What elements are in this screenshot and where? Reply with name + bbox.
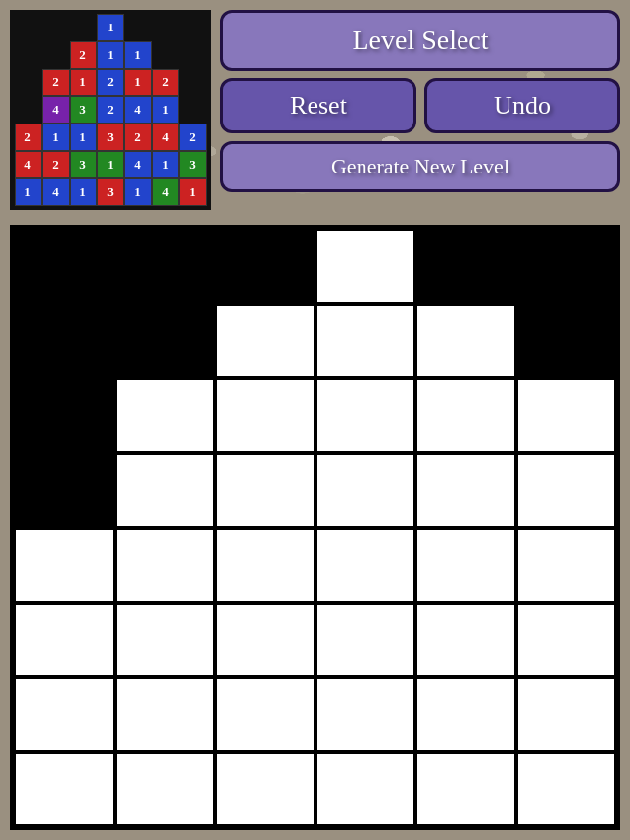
game-cell[interactable]	[115, 453, 216, 527]
game-cell[interactable]	[14, 453, 115, 527]
pyramid-cell: 1	[42, 124, 70, 151]
game-cell[interactable]	[315, 378, 416, 453]
game-cell[interactable]	[115, 752, 216, 826]
game-cell[interactable]	[315, 603, 416, 677]
pyramid-row: 1413141	[14, 178, 207, 206]
game-cell[interactable]	[14, 304, 115, 378]
game-cell[interactable]	[516, 528, 617, 603]
game-cell[interactable]	[14, 752, 115, 826]
pyramid-cell: 1	[97, 41, 124, 69]
pyramid-cell: 1	[70, 178, 97, 206]
reset-button[interactable]: Reset	[220, 78, 416, 133]
game-cell[interactable]	[315, 752, 416, 826]
game-cell[interactable]	[115, 304, 216, 378]
game-cell[interactable]	[215, 528, 315, 603]
pyramid-row: 21212	[14, 69, 207, 96]
pyramid-cell: 3	[179, 151, 207, 178]
pyramid-cell: 4	[124, 96, 152, 124]
pyramid-row: 43241	[14, 96, 207, 124]
game-cell[interactable]	[415, 229, 516, 304]
game-cell[interactable]	[315, 304, 416, 378]
pyramid-cell: 3	[97, 124, 124, 151]
pyramid-cell: 4	[124, 151, 152, 178]
game-cell[interactable]	[215, 378, 315, 453]
game-cell[interactable]	[215, 229, 315, 304]
game-grid	[14, 229, 616, 826]
pyramid-cell: 1	[97, 151, 124, 178]
game-cell[interactable]	[14, 378, 115, 453]
undo-button[interactable]: Undo	[424, 78, 620, 133]
pyramid-cell: 2	[152, 69, 179, 96]
game-cell[interactable]	[14, 677, 115, 752]
game-cell[interactable]	[14, 528, 115, 603]
game-cell[interactable]	[516, 304, 617, 378]
pyramid-cell: 3	[70, 151, 97, 178]
pyramid-cell: 1	[15, 178, 42, 206]
game-cell[interactable]	[516, 229, 617, 304]
game-cell[interactable]	[115, 229, 216, 304]
pyramid-cell: 3	[70, 96, 97, 124]
pyramid-cell: 1	[152, 151, 179, 178]
game-cell[interactable]	[315, 677, 416, 752]
header: 12112121243241211324242314131413141 Leve…	[10, 10, 620, 210]
game-cell[interactable]	[415, 603, 516, 677]
pyramid-cell: 2	[42, 151, 70, 178]
pyramid-cell: 1	[124, 178, 152, 206]
pyramid-cell: 2	[124, 124, 152, 151]
game-cell[interactable]	[415, 304, 516, 378]
game-cell[interactable]	[516, 453, 617, 527]
pyramid-cell: 4	[42, 178, 70, 206]
pyramid-cell: 1	[70, 124, 97, 151]
pyramid-cell: 2	[97, 69, 124, 96]
pyramid-cell: 2	[179, 124, 207, 151]
pyramid-cell: 1	[97, 14, 124, 41]
game-cell[interactable]	[215, 304, 315, 378]
pyramid-cell: 1	[179, 178, 207, 206]
pyramid-cell: 1	[70, 69, 97, 96]
level-select-button[interactable]: Level Select	[220, 10, 620, 71]
pyramid-cell: 2	[15, 124, 42, 151]
game-cell[interactable]	[516, 677, 617, 752]
game-cell[interactable]	[14, 603, 115, 677]
pyramid-cell: 3	[97, 178, 124, 206]
game-cell[interactable]	[215, 752, 315, 826]
game-cell[interactable]	[415, 378, 516, 453]
pyramid-cell: 2	[42, 69, 70, 96]
top-row: 12112121243241211324242314131413141 Leve…	[10, 10, 620, 210]
game-cell[interactable]	[215, 603, 315, 677]
game-cell[interactable]	[315, 229, 416, 304]
game-cell[interactable]	[115, 378, 216, 453]
game-cell[interactable]	[516, 378, 617, 453]
generate-new-level-button[interactable]: Generate New Level	[220, 141, 620, 192]
reset-undo-row: Reset Undo	[220, 78, 620, 133]
game-cell[interactable]	[516, 603, 617, 677]
game-cell[interactable]	[115, 603, 216, 677]
game-cell[interactable]	[415, 677, 516, 752]
pyramid-cell: 4	[42, 96, 70, 124]
pyramid-cell: 1	[124, 41, 152, 69]
pyramid-cell: 4	[152, 124, 179, 151]
pyramid-row: 1	[14, 14, 207, 41]
pyramid-cell: 1	[124, 69, 152, 96]
pyramid-row: 2113242	[14, 124, 207, 151]
pyramid-row: 211	[14, 41, 207, 69]
game-cell[interactable]	[215, 453, 315, 527]
game-cell[interactable]	[315, 528, 416, 603]
game-cell[interactable]	[14, 229, 115, 304]
game-cell[interactable]	[115, 677, 216, 752]
right-buttons: Level Select Reset Undo Generate New Lev…	[220, 10, 620, 192]
pyramid-row: 4231413	[14, 151, 207, 178]
game-cell[interactable]	[215, 677, 315, 752]
pyramid-cell: 2	[70, 41, 97, 69]
pyramid-cell: 4	[15, 151, 42, 178]
game-cell[interactable]	[315, 453, 416, 527]
pyramid-preview: 12112121243241211324242314131413141	[10, 10, 211, 210]
game-cell[interactable]	[415, 453, 516, 527]
game-cell[interactable]	[115, 528, 216, 603]
pyramid-cell: 2	[97, 96, 124, 124]
game-cell[interactable]	[516, 752, 617, 826]
game-cell[interactable]	[415, 752, 516, 826]
game-area	[10, 225, 620, 830]
game-cell[interactable]	[415, 528, 516, 603]
pyramid-cell: 1	[152, 96, 179, 124]
